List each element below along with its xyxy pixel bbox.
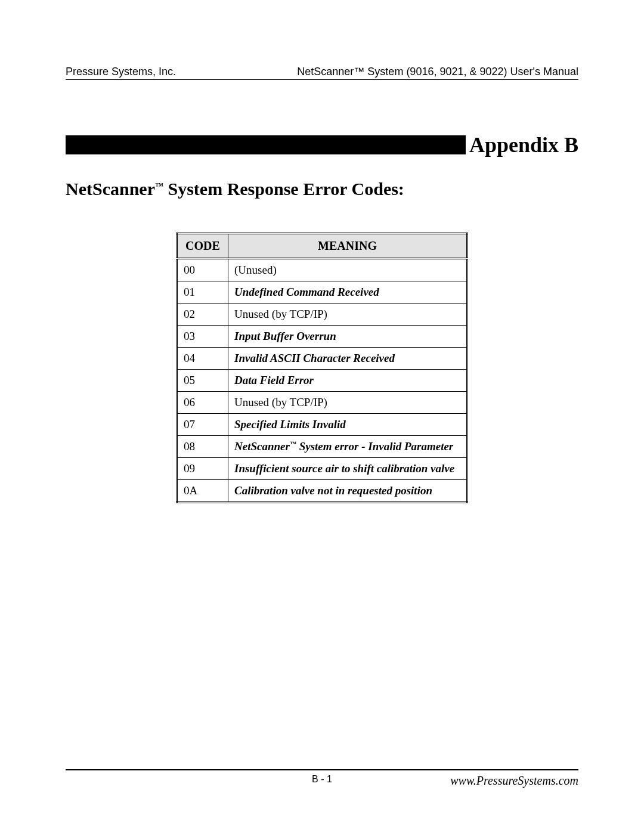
meaning-cell: Input Buffer Overrun <box>228 326 467 348</box>
meaning-cell: (Unused) <box>228 259 467 281</box>
section-title-suffix: System Response Error Codes: <box>163 179 404 199</box>
code-cell: 01 <box>177 281 228 304</box>
table-row: 05Data Field Error <box>177 370 467 392</box>
page-footer: B - 1 www.PressureSystems.com <box>66 769 578 788</box>
meaning-cell: Insufficient source air to shift calibra… <box>228 458 467 480</box>
footer-rule <box>66 769 578 770</box>
header-left: Pressure Systems, Inc. <box>66 66 176 78</box>
code-cell: 00 <box>177 259 228 281</box>
code-cell: 05 <box>177 370 228 392</box>
table-header-row: CODE MEANING <box>177 234 467 259</box>
meaning-cell: Specified Limits Invalid <box>228 414 467 436</box>
table-row: 0ACalibration valve not in requested pos… <box>177 480 467 503</box>
table-row: 07Specified Limits Invalid <box>177 414 467 436</box>
table-container: CODE MEANING 00(Unused)01Undefined Comma… <box>66 233 578 503</box>
trademark-symbol: ™ <box>290 440 296 447</box>
appendix-heading: Appendix B <box>66 132 578 157</box>
section-title: NetScanner™ System Response Error Codes: <box>66 179 578 199</box>
meaning-cell: Undefined Command Received <box>228 281 467 304</box>
table-row: 06Unused (by TCP/IP) <box>177 392 467 414</box>
table-row: 04Invalid ASCII Character Received <box>177 348 467 370</box>
page: Pressure Systems, Inc. NetScanner™ Syste… <box>0 0 644 833</box>
meaning-cell: Unused (by TCP/IP) <box>228 304 467 326</box>
meaning-cell: Unused (by TCP/IP) <box>228 392 467 414</box>
section-title-prefix: NetScanner <box>66 179 155 199</box>
table-row: 02Unused (by TCP/IP) <box>177 304 467 326</box>
running-header: Pressure Systems, Inc. NetScanner™ Syste… <box>66 66 578 80</box>
table-row: 08NetScanner™ System error - Invalid Par… <box>177 436 467 458</box>
code-cell: 02 <box>177 304 228 326</box>
table-row: 00(Unused) <box>177 259 467 281</box>
meaning-cell: Data Field Error <box>228 370 467 392</box>
code-cell: 07 <box>177 414 228 436</box>
code-cell: 08 <box>177 436 228 458</box>
heading-bar <box>66 135 466 154</box>
footer-url: www.PressureSystems.com <box>450 774 578 788</box>
table-row: 01Undefined Command Received <box>177 281 467 304</box>
table-row: 09Insufficient source air to shift calib… <box>177 458 467 480</box>
table-row: 03Input Buffer Overrun <box>177 326 467 348</box>
code-cell: 04 <box>177 348 228 370</box>
code-cell: 0A <box>177 480 228 503</box>
trademark-symbol: ™ <box>155 181 163 190</box>
col-header-code: CODE <box>177 234 228 259</box>
code-cell: 03 <box>177 326 228 348</box>
meaning-cell: NetScanner™ System error - Invalid Param… <box>228 436 467 458</box>
page-number: B - 1 <box>312 774 332 785</box>
header-right: NetScanner™ System (9016, 9021, & 9022) … <box>297 66 578 78</box>
meaning-cell: Calibration valve not in requested posit… <box>228 480 467 503</box>
appendix-title: Appendix B <box>469 132 578 157</box>
code-cell: 09 <box>177 458 228 480</box>
error-codes-table: CODE MEANING 00(Unused)01Undefined Comma… <box>176 233 468 503</box>
col-header-meaning: MEANING <box>228 234 467 259</box>
meaning-cell: Invalid ASCII Character Received <box>228 348 467 370</box>
footer-row: B - 1 www.PressureSystems.com <box>66 774 578 788</box>
code-cell: 06 <box>177 392 228 414</box>
